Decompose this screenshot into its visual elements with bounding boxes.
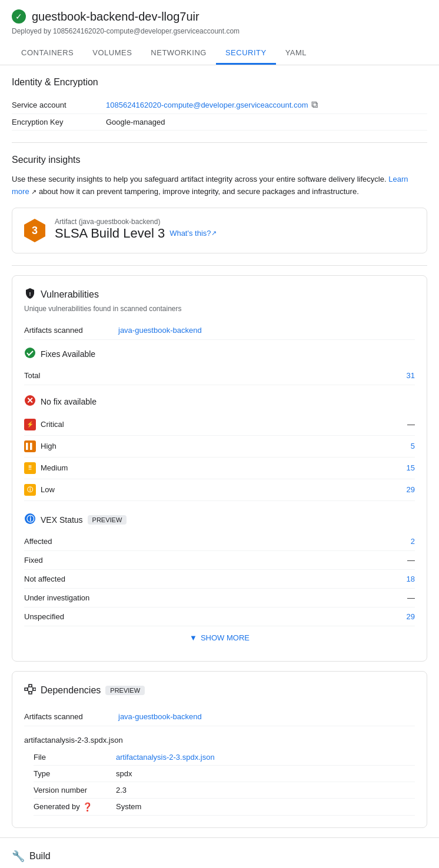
svg-line-12: [28, 686, 29, 689]
security-insights-title: Security insights: [12, 155, 427, 165]
deps-artifacts-row: Artifacts scanned java-guestbook-backend: [24, 707, 415, 726]
fixed-row: Fixed —: [24, 551, 415, 570]
vex-title: VEX Status: [41, 515, 83, 525]
slsa-badge-icon: 3: [22, 218, 48, 243]
under-investigation-value: —: [403, 593, 415, 602]
security-insights-section: Security insights Use these security ins…: [12, 143, 427, 266]
artifacts-scanned-link[interactable]: java-guestbook-backend: [118, 326, 202, 335]
build-section: 🔧 Build Logs 83d676aa Builder Cloud Buil…: [0, 837, 439, 868]
copy-icon[interactable]: ⧉: [311, 99, 318, 110]
no-fix-error-icon: ✕: [24, 395, 36, 409]
vuln-subtitle: Unique vulnerabilities found in scanned …: [24, 305, 415, 313]
chevron-down-icon: ▼: [189, 633, 197, 642]
medium-badge: ‼: [24, 462, 36, 474]
build-header: 🔧 Build: [12, 850, 427, 863]
whats-this-link[interactable]: What's this?: [169, 229, 211, 238]
dependencies-icon: [24, 683, 36, 698]
svg-line-15: [32, 689, 33, 693]
total-fixes-value[interactable]: 31: [402, 371, 415, 380]
high-value[interactable]: 5: [411, 442, 415, 450]
not-affected-value[interactable]: 18: [402, 575, 415, 583]
unspecified-value[interactable]: 29: [402, 612, 415, 621]
artifactanalysis-group-label: artifactanalysis-2-3.spdx.json: [24, 733, 415, 749]
svg-rect-8: [25, 688, 28, 690]
deployed-by: Deployed by 1085624162020-compute@develo…: [12, 27, 427, 35]
whats-this-ext-icon: ↗: [211, 229, 217, 237]
file-row: File artifactanalysis-2-3.spdx.json: [34, 749, 415, 766]
type-row: Type spdx: [34, 766, 415, 782]
external-link-icon: ↗: [31, 188, 36, 195]
affected-value[interactable]: 2: [406, 537, 415, 546]
page-title: guestbook-backend-dev-llog7uir: [32, 10, 199, 24]
tab-security[interactable]: SECURITY: [216, 42, 276, 65]
show-more-button[interactable]: ▼ SHOW MORE: [24, 626, 415, 649]
vex-info-icon: ⓘ: [24, 513, 36, 528]
vuln-title: Vulnerabilities: [41, 289, 99, 300]
svg-text:!: !: [29, 291, 31, 297]
file-label: File: [34, 753, 116, 762]
svg-line-14: [32, 686, 33, 689]
slsa-level: SLSA Build Level 3: [55, 226, 165, 241]
svg-text:ⓘ: ⓘ: [26, 515, 35, 523]
generated-by-help-icon[interactable]: ❓: [82, 802, 92, 812]
build-title: Build: [29, 851, 51, 862]
critical-value: —: [407, 420, 415, 429]
critical-row: ⚡ Critical —: [24, 414, 415, 436]
under-investigation-label: Under investigation: [24, 593, 403, 602]
low-label: ⓘ Low: [24, 484, 407, 496]
high-badge: ▌▌: [24, 440, 36, 452]
slsa-artifact-label: Artifact (java-guestbook-backend): [55, 218, 217, 226]
deps-artifacts-link[interactable]: java-guestbook-backend: [118, 712, 202, 721]
total-fixes-label: Total: [24, 371, 402, 380]
tab-yaml[interactable]: YAML: [276, 42, 316, 65]
wrench-icon: 🔧: [12, 850, 25, 863]
tab-containers[interactable]: CONTAINERS: [12, 42, 83, 65]
dependencies-card: Dependencies PREVIEW Artifacts scanned j…: [12, 671, 427, 828]
no-fix-header: ✕ No fix available: [24, 395, 415, 409]
fixed-value: —: [403, 556, 415, 565]
version-row: Version number 2.3: [34, 782, 415, 799]
unspecified-label: Unspecified: [24, 612, 402, 621]
file-value-link[interactable]: artifactanalysis-2-3.spdx.json: [116, 753, 215, 762]
vex-status-header: ⓘ VEX Status PREVIEW: [24, 513, 415, 528]
artifacts-scanned-label: Artifacts scanned: [24, 326, 118, 335]
identity-encryption-title: Identity & Encryption: [12, 77, 427, 88]
service-account-link[interactable]: 1085624162020-compute@developer.gservice…: [106, 101, 308, 109]
not-affected-label: Not affected: [24, 575, 402, 583]
svg-rect-9: [29, 685, 32, 687]
fixed-label: Fixed: [24, 556, 403, 565]
svg-rect-10: [29, 692, 32, 694]
fixes-available-icon: [24, 347, 36, 362]
slsa-info: Artifact (java-guestbook-backend) SLSA B…: [55, 218, 217, 241]
service-account-value: 1085624162020-compute@developer.gservice…: [106, 99, 318, 110]
generated-by-value: System: [116, 802, 141, 811]
affected-label: Affected: [24, 537, 406, 546]
svg-text:3: 3: [32, 225, 38, 236]
not-affected-row: Not affected 18: [24, 570, 415, 589]
high-row: ▌▌ High 5: [24, 436, 415, 458]
deps-artifacts-label: Artifacts scanned: [24, 712, 118, 721]
type-label: Type: [34, 769, 116, 778]
svg-text:✕: ✕: [26, 396, 34, 405]
unspecified-row: Unspecified 29: [24, 607, 415, 626]
low-value[interactable]: 29: [407, 485, 415, 494]
security-insights-desc: Use these security insights to help you …: [12, 173, 427, 198]
critical-badge: ⚡: [24, 419, 36, 430]
type-value: spdx: [116, 769, 132, 778]
tab-volumes[interactable]: VOLUMES: [83, 42, 141, 65]
vex-preview-badge: PREVIEW: [88, 515, 127, 525]
medium-label: ‼ Medium: [24, 462, 407, 474]
version-value: 2.3: [116, 786, 127, 794]
encryption-key-label: Encryption Key: [12, 118, 106, 126]
tab-networking[interactable]: NETWORKING: [141, 42, 216, 65]
service-account-label: Service account: [12, 101, 106, 109]
tab-bar: CONTAINERS VOLUMES NETWORKING SECURITY Y…: [12, 42, 427, 65]
page-header: ✓ guestbook-backend-dev-llog7uir Deploye…: [0, 0, 439, 65]
medium-row: ‼ Medium 15: [24, 458, 415, 479]
svg-rect-11: [33, 688, 36, 690]
deps-title: Dependencies: [41, 685, 101, 696]
under-investigation-row: Under investigation —: [24, 589, 415, 607]
critical-label: ⚡ Critical: [24, 419, 407, 430]
medium-value[interactable]: 15: [407, 463, 415, 472]
low-badge: ⓘ: [24, 484, 36, 496]
